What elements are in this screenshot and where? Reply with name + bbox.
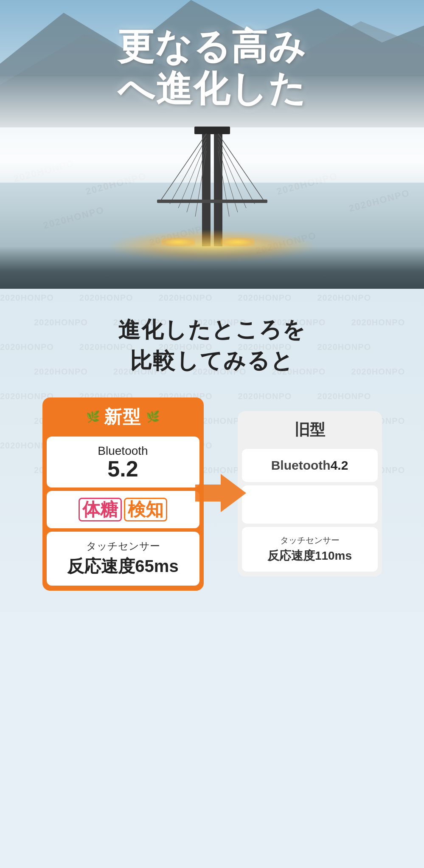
new-card-header: 🌿 新型 🌿 [42, 397, 204, 437]
svg-rect-4 [194, 127, 230, 134]
svg-line-5 [161, 134, 206, 200]
comparison-section: 2020HONPO2020HONPO2020HONPO2020HONPO2020… [0, 289, 424, 612]
svg-line-10 [218, 134, 263, 200]
new-bluetooth-label: Bluetooth [56, 444, 190, 458]
old-bluetooth-cell: Bluetooth4.2 [242, 449, 378, 482]
laurel-right-icon: 🌿 [146, 410, 160, 423]
comparison-arrow [195, 474, 246, 512]
watermark: 2020HONPO [348, 187, 411, 214]
hero-section: 2020HONPO 2020HONPO 2020HONPO 2020HONPO … [0, 0, 424, 289]
comparison-title: 進化したところを 比較してみると [13, 314, 411, 376]
watermark: 2020HONPO [42, 204, 105, 231]
old-bluetooth-version: 4.2 [331, 458, 348, 472]
sugar-text-part2: 検知 [124, 498, 167, 521]
sugar-detection-cell: 体糖 検知 [47, 491, 199, 528]
svg-line-11 [218, 138, 255, 204]
old-sensor-value: 反応速度110ms [267, 549, 352, 562]
old-bluetooth-label: Bluetooth [271, 458, 331, 472]
new-model-card: 🌿 新型 🌿 Bluetooth 5.2 体糖 検知 タッチセンサー [42, 397, 204, 591]
new-card-body: Bluetooth 5.2 体糖 検知 タッチセンサー 反応速度65ms [42, 437, 204, 591]
old-empty-cell [242, 485, 378, 524]
old-card-header: 旧型 [238, 411, 382, 449]
new-sensor-label: タッチセンサー [56, 539, 190, 553]
arrow-container [195, 474, 246, 514]
svg-rect-3 [214, 127, 222, 246]
old-model-title: 旧型 [295, 421, 325, 438]
new-bluetooth-cell: Bluetooth 5.2 [47, 437, 199, 488]
svg-line-6 [170, 138, 206, 204]
new-bluetooth-version: 5.2 [56, 458, 190, 480]
old-sensor-cell: タッチセンサー 反応速度110ms [242, 527, 378, 572]
comparison-cards-container: 🌿 新型 🌿 Bluetooth 5.2 体糖 検知 タッチセンサー [13, 397, 411, 591]
old-card-body: Bluetooth4.2 タッチセンサー 反応速度110ms [238, 449, 382, 577]
svg-rect-15 [157, 200, 267, 203]
new-sensor-value: 反応速度65ms [56, 555, 190, 578]
old-model-card: 旧型 Bluetooth4.2 タッチセンサー 反応速度110ms [238, 411, 382, 577]
sugar-text-part1: 体糖 [79, 498, 122, 521]
svg-marker-16 [195, 474, 246, 512]
hero-title: 更なる高み へ進化した [0, 25, 424, 110]
old-sensor-label: タッチセンサー [250, 535, 370, 546]
new-sensor-cell: タッチセンサー 反応速度65ms [47, 532, 199, 586]
svg-rect-2 [202, 127, 211, 246]
laurel-left-icon: 🌿 [86, 410, 100, 423]
new-model-title: 新型 [104, 405, 141, 429]
